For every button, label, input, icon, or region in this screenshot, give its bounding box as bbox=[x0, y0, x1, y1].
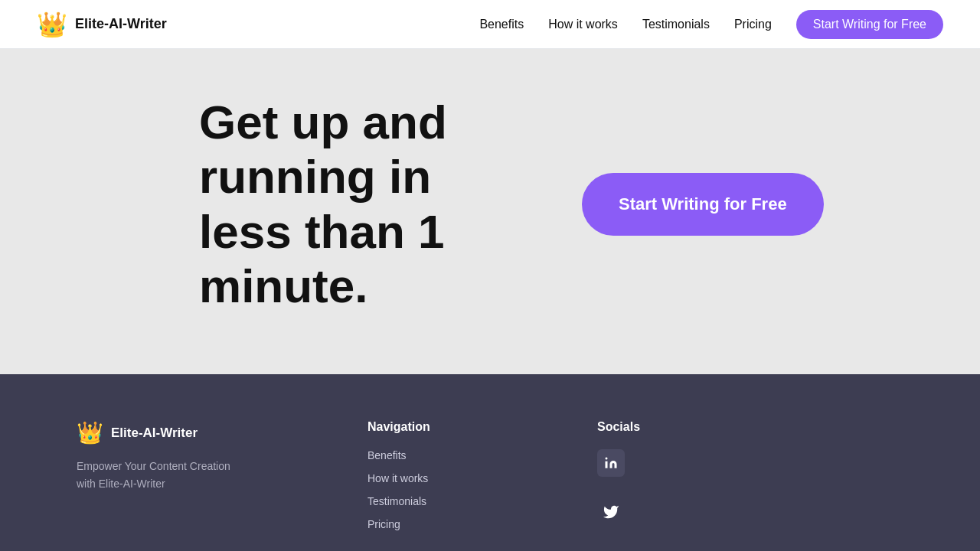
header-cta-button[interactable]: Start Writing for Free bbox=[796, 10, 943, 39]
footer-logo: 👑 Elite-AI-Writer bbox=[77, 420, 245, 445]
twitter-icon[interactable] bbox=[597, 498, 625, 526]
svg-point-1 bbox=[606, 458, 608, 460]
header: 👑 Elite-AI-Writer Benefits How it works … bbox=[0, 0, 980, 49]
footer-socials-title: Socials bbox=[597, 420, 689, 434]
logo-icon: 👑 bbox=[37, 12, 67, 37]
footer-navigation: Navigation Benefits How it works Testimo… bbox=[368, 420, 475, 551]
twitter-row bbox=[597, 498, 689, 536]
footer-logo-icon: 👑 bbox=[77, 420, 103, 445]
nav-pricing[interactable]: Pricing bbox=[734, 18, 772, 31]
footer-nav-how-it-works[interactable]: How it works bbox=[368, 472, 475, 484]
footer-nav-title: Navigation bbox=[368, 420, 475, 434]
tiktok-row bbox=[597, 547, 689, 551]
linkedin-icon[interactable] bbox=[597, 449, 625, 477]
footer-logo-text: Elite-AI-Writer bbox=[111, 425, 198, 441]
linkedin-row bbox=[597, 449, 689, 487]
footer-brand: 👑 Elite-AI-Writer Empower Your Content C… bbox=[77, 420, 245, 551]
svg-rect-0 bbox=[606, 461, 608, 468]
footer-nav-pricing[interactable]: Pricing bbox=[368, 518, 475, 530]
footer-tagline: Empower Your Content Creation with Elite… bbox=[77, 458, 245, 492]
footer-nav-testimonials[interactable]: Testimonials bbox=[368, 495, 475, 507]
footer: 👑 Elite-AI-Writer Empower Your Content C… bbox=[0, 374, 980, 551]
footer-socials: Socials bbox=[597, 420, 689, 551]
tiktok-icon[interactable] bbox=[629, 547, 657, 551]
hero-cta-button[interactable]: Start Writing for Free bbox=[582, 173, 824, 236]
footer-nav-benefits[interactable]: Benefits bbox=[368, 449, 475, 461]
nav-how-it-works[interactable]: How it works bbox=[548, 18, 618, 31]
hero-title: Get up and running in less than 1 minute… bbox=[199, 95, 490, 313]
logo-text: Elite-AI-Writer bbox=[75, 16, 167, 32]
nav-testimonials[interactable]: Testimonials bbox=[642, 18, 710, 31]
hero-section: Get up and running in less than 1 minute… bbox=[0, 49, 980, 374]
logo-link[interactable]: 👑 Elite-AI-Writer bbox=[37, 12, 167, 37]
main-nav: Benefits How it works Testimonials Prici… bbox=[479, 10, 943, 39]
nav-benefits[interactable]: Benefits bbox=[479, 18, 524, 31]
